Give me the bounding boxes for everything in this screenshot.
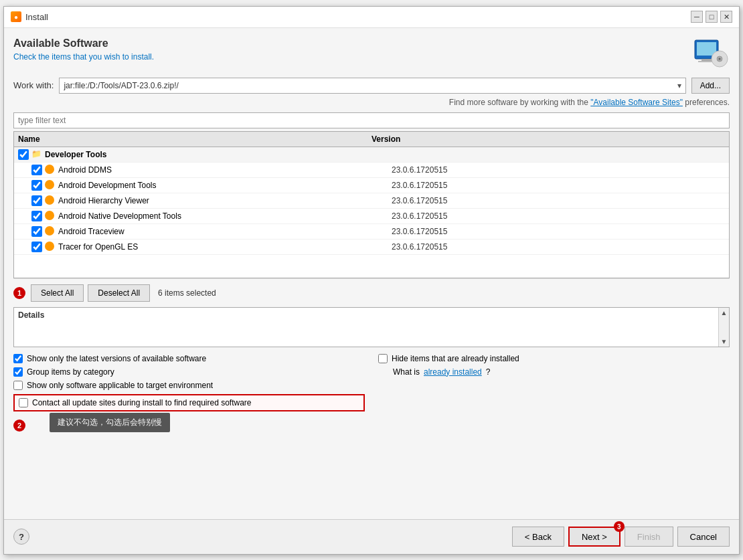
table-row: Android Development Tools 23.0.6.1720515 [14,178,729,193]
finish-button[interactable]: Finish [625,527,673,547]
option-checkbox-3[interactable] [13,381,23,390]
option-row-installed: What is already installed ? [378,367,730,377]
help-button[interactable]: ? [13,529,29,545]
window-icon: ● [11,11,21,22]
header-icon [689,37,730,71]
item-checkbox[interactable] [31,195,42,206]
table-header: Name Version [14,132,729,147]
deselect-all-button[interactable]: Deselect All [88,284,150,302]
question-mark: ? [486,367,491,377]
col-version-header: Version [372,134,548,144]
svg-point-6 [718,58,720,60]
group-row-name: Developer Tools [45,150,385,159]
item-checkbox[interactable] [31,211,42,221]
add-button[interactable]: Add... [691,78,730,94]
install-window: ● Install ─ □ ✕ Available Software Check… [3,6,740,555]
folder-icon: 📁 [31,149,42,160]
item-name: Tracer for OpenGL ES [58,242,392,252]
package-table: Name Version 📁 Developer Tools Android D… [13,131,730,278]
scroll-down-icon[interactable]: ▼ [721,338,728,345]
header-section: Available Software Check the items that … [13,37,730,71]
find-more-suffix: preferences. [685,98,730,107]
item-name: Android DDMS [58,165,392,175]
option-checkbox-4[interactable] [19,398,28,407]
items-selected-text: 6 items selected [158,288,216,298]
table-row: Android Traceview 23.0.6.1720515 [14,224,729,240]
next-badge: 3 [614,521,625,532]
option-checkbox-1[interactable] [13,354,23,363]
option-label-hide: Hide items that are already installed [392,354,519,363]
item-checkbox[interactable] [31,180,42,191]
item-checkbox[interactable] [31,165,42,175]
group-checkbox[interactable] [18,149,29,160]
gear-icon [45,180,56,191]
filter-input[interactable] [13,112,730,128]
title-bar-left: ● Install [11,11,48,22]
gear-icon [45,242,56,252]
next-button[interactable]: Next > 3 [568,527,621,547]
page-title: Available Software [13,37,689,50]
work-with-row: Work with: jar:file:/D:/Tools/ADT-23.0.6… [13,78,730,94]
scroll-up-icon[interactable]: ▲ [721,309,728,316]
item-version: 23.0.6.1720515 [392,196,558,205]
cancel-button[interactable]: Cancel [677,527,730,547]
col-name-header: Name [18,134,372,144]
item-version: 23.0.6.1720515 [392,227,558,236]
maximize-button[interactable]: □ [706,11,718,23]
options-right: Hide items that are already installed Wh… [378,354,730,442]
gear-icon [45,226,56,237]
badge-2: 2 [13,419,25,432]
option-label-3: Show only software applicable to target … [27,381,213,390]
options-left: Show only the latest versions of availab… [13,354,365,442]
work-with-label: Work with: [13,80,54,90]
what-is-text: What is [393,367,420,377]
close-button[interactable]: ✕ [720,11,732,23]
option-row-hide: Hide items that are already installed [378,354,730,363]
content-area: Available Software Check the items that … [4,28,739,519]
work-with-value: jar:file:/D:/Tools/ADT-23.0.6.zip!/ [64,81,178,90]
gear-icon [45,195,56,206]
available-software-sites-link[interactable]: "Available Software Sites" [590,98,683,107]
work-with-combo[interactable]: jar:file:/D:/Tools/ADT-23.0.6.zip!/ ▾ [59,78,685,94]
option-label-1: Show only the latest versions of availab… [27,354,206,363]
item-version: 23.0.6.1720515 [392,242,558,252]
footer: ? < Back Next > 3 Finish Cancel [4,519,739,554]
minimize-button[interactable]: ─ [691,11,703,23]
action-row: 1 Select All Deselect All 6 items select… [13,278,730,307]
option-label-2: Group items by category [27,367,114,377]
details-label: Details [14,308,729,322]
item-version: 23.0.6.1720515 [392,165,558,175]
item-name: Android Hierarchy Viewer [58,196,392,205]
item-version: 23.0.6.1720515 [392,211,558,221]
cd-monitor-icon [691,39,728,69]
tooltip2-row: 2 建议不勾选，勾选后会特别慢 [13,415,365,436]
item-checkbox[interactable] [31,242,42,252]
option-row-2: Group items by category [13,367,365,377]
table-row: Android Hierarchy Viewer 23.0.6.1720515 [14,193,729,209]
item-name: Android Native Development Tools [58,211,392,221]
back-button[interactable]: < Back [512,527,564,547]
window-title: Install [25,12,48,22]
combo-arrow-icon: ▾ [677,81,681,90]
item-checkbox[interactable] [31,226,42,237]
option-row-4: Contact all update sites during install … [13,394,365,411]
title-controls: ─ □ ✕ [691,11,732,23]
title-bar: ● Install ─ □ ✕ [4,7,739,28]
details-scrollbar[interactable]: ▲ ▼ [718,308,729,347]
find-more-row: Find more software by working with the "… [13,98,730,107]
option-checkbox-2[interactable] [13,367,23,377]
select-all-button[interactable]: Select All [31,284,84,302]
option-checkbox-hide[interactable] [378,354,388,363]
item-name: Android Traceview [58,227,392,236]
tooltip2-text: 建议不勾选，勾选后会特别慢 [50,413,170,432]
table-row: Android Native Development Tools 23.0.6.… [14,209,729,224]
details-section: Details ▲ ▼ [13,307,730,347]
already-installed-link[interactable]: already installed [424,367,482,377]
col-extra-header [548,134,725,144]
action-area: 1 Select All Deselect All 6 items select… [13,278,730,307]
option-label-4: Contact all update sites during install … [32,398,252,407]
option-row-3: Show only software applicable to target … [13,381,365,390]
badge-1: 1 [13,287,25,299]
option-row-1: Show only the latest versions of availab… [13,354,365,363]
options-section: Show only the latest versions of availab… [13,354,730,442]
